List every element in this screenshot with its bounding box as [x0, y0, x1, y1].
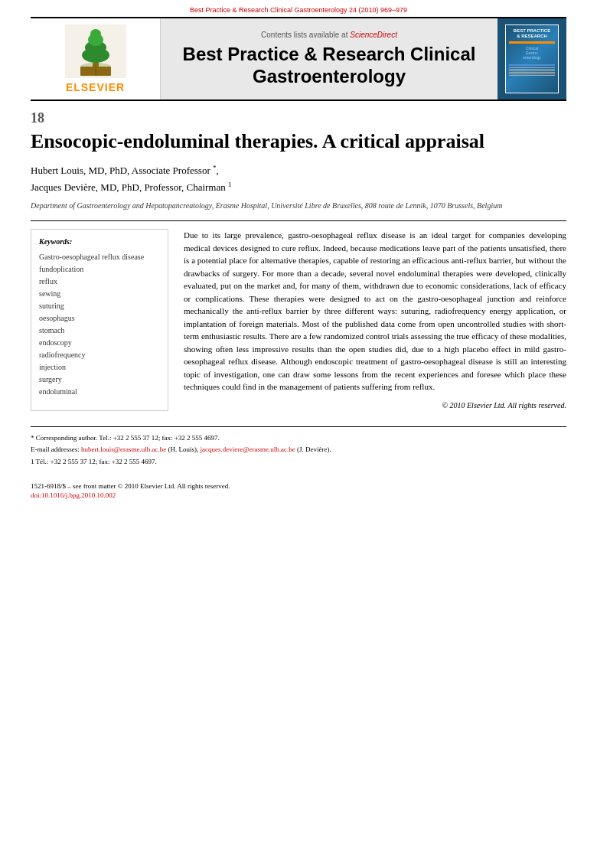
elsevier-logo: ELSEVIER: [65, 24, 126, 93]
journal-cover-image: BEST PRACTICE& RESEARCH ClinicalGastro-e…: [505, 24, 559, 93]
abstract-column: Due to its large prevalence, gastro-oeso…: [184, 229, 566, 411]
svg-point-7: [90, 29, 101, 38]
article-title: Ensocopic-endoluminal therapies. A criti…: [31, 129, 566, 153]
keyword-item: reflux: [39, 276, 160, 288]
keywords-column: Keywords: Gastro-oesophageal reflux dise…: [31, 229, 168, 411]
cover-label-gastroenterology: ClinicalGastro-enterology: [523, 46, 540, 60]
keyword-item: Gastro-oesophageal reflux disease: [39, 251, 160, 263]
email-label: E-mail addresses:: [31, 445, 80, 453]
sciencedirect-line: Contents lists available at ScienceDirec…: [261, 31, 397, 39]
authors: Hubert Louis, MD, PhD, Associate Profess…: [31, 162, 566, 196]
journal-title-area: Contents lists available at ScienceDirec…: [161, 18, 497, 100]
elsevier-wordmark: ELSEVIER: [66, 81, 125, 93]
keywords-title: Keywords:: [39, 236, 160, 248]
cover-bar: [509, 41, 555, 44]
article-number: 18: [31, 110, 566, 126]
journal-title: Best Practice & Research Clinical Gastro…: [183, 44, 476, 88]
journal-title-line1: Best Practice & Research Clinical: [183, 44, 476, 64]
doi-line: doi:10.1016/j.bpg.2010.10.002: [31, 491, 566, 499]
keyword-item: oesophagus: [39, 312, 160, 325]
email-footnote: E-mail addresses: hubert.louis@erasme.ul…: [31, 445, 566, 455]
journal-header: ELSEVIER Contents lists available at Sci…: [31, 17, 566, 101]
cover-label-best: BEST PRACTICE& RESEARCH: [514, 28, 550, 39]
abstract-text: Due to its large prevalence, gastro-oeso…: [184, 229, 566, 393]
keyword-item: surgery: [39, 374, 160, 386]
elsevier-tree-icon: [65, 24, 126, 78]
footnotes-section: * Corresponding author. Tel.: +32 2 555 …: [31, 433, 566, 468]
contents-text: Contents lists available at: [261, 31, 347, 39]
footer-divider: [31, 426, 566, 427]
article-body: 18 Ensocopic-endoluminal therapies. A cr…: [31, 101, 566, 411]
keyword-item: fundoplication: [39, 263, 160, 276]
keyword-item: suturing: [39, 300, 160, 312]
journal-reference-bar: Best Practice & Research Clinical Gastro…: [0, 0, 597, 17]
email1-link[interactable]: hubert.louis@erasme.ulb.ac.be: [81, 445, 166, 453]
issn-line: 1521-6918/$ – see front matter © 2010 El…: [31, 482, 566, 490]
keyword-item: radiofrequency: [39, 349, 160, 361]
keyword-item: sewing: [39, 288, 160, 300]
abstract-section: Keywords: Gastro-oesophageal reflux dise…: [31, 229, 566, 411]
journal-reference-text: Best Practice & Research Clinical Gastro…: [190, 6, 407, 14]
email1-person: (H. Louis),: [168, 445, 199, 453]
author-star: *: [213, 164, 217, 171]
author-superscript-1: 1: [228, 181, 232, 188]
page: Best Practice & Research Clinical Gastro…: [0, 0, 597, 868]
elsevier-logo-area: ELSEVIER: [31, 18, 161, 100]
corresponding-author-footnote: * Corresponding author. Tel.: +32 2 555 …: [31, 433, 566, 444]
email2-person: (J. Devière).: [297, 445, 331, 453]
affiliation: Department of Gastroenterology and Hepat…: [31, 201, 566, 211]
footnote-1: 1 Tél.: +32 2 555 37 12; fax: +32 2 555 …: [31, 457, 566, 468]
sciencedirect-link[interactable]: ScienceDirect: [350, 31, 397, 39]
corresponding-author-text: * Corresponding author. Tel.: +32 2 555 …: [31, 434, 220, 442]
journal-cover-area: BEST PRACTICE& RESEARCH ClinicalGastro-e…: [497, 18, 566, 100]
keyword-item: endoluminal: [39, 386, 160, 398]
journal-title-line2: Gastroenterology: [253, 66, 406, 86]
email2-link[interactable]: jacques.deviere@erasme.ulb.ac.be: [201, 445, 295, 453]
keyword-list: Gastro-oesophageal reflux disease fundop…: [39, 251, 160, 398]
keyword-item: endoscopy: [39, 337, 160, 349]
keyword-item: stomach: [39, 325, 160, 337]
section-divider: [31, 220, 566, 221]
copyright-line: © 2010 Elsevier Ltd. All rights reserved…: [184, 400, 566, 411]
keyword-item: injection: [39, 361, 160, 374]
